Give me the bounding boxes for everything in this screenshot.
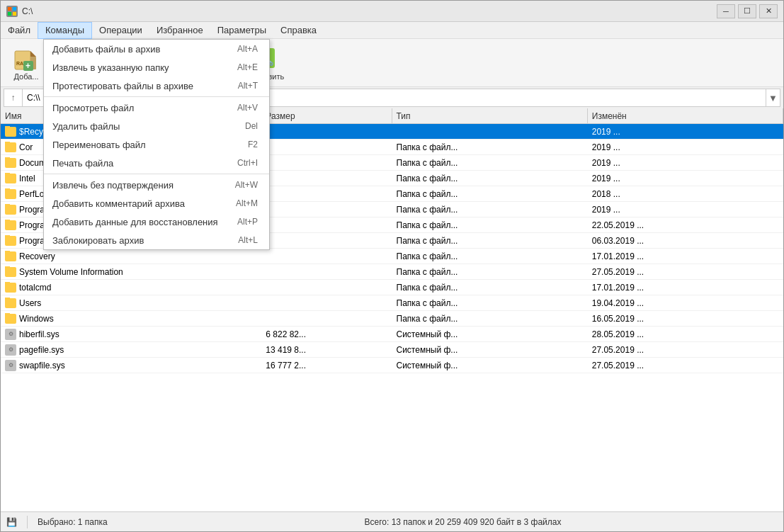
file-row[interactable]: totalcmdПапка с файл...17.01.2019 ... — [1, 280, 783, 295]
sys-file-icon: ⚙ — [5, 344, 16, 356]
file-type-cell: Папка с файл... — [392, 251, 588, 262]
address-dropdown-button[interactable]: ▼ — [766, 89, 780, 107]
file-modified-cell: 2019 ... — [588, 204, 783, 215]
file-name-cell: Users — [1, 298, 261, 309]
status-total: Всего: 13 папок и 20 259 409 920 байт в … — [148, 517, 778, 527]
cmd-rename-file[interactable]: Переименовать файл F2 — [44, 135, 269, 154]
file-modified-cell: 06.03.2019 ... — [588, 235, 783, 247]
file-type-cell: Папка с файл... — [392, 282, 588, 293]
close-button[interactable]: ✕ — [759, 4, 778, 18]
toolbar-add-label: Доба... — [13, 72, 38, 81]
file-row[interactable]: UsersПапка с файл...19.04.2019 ... — [1, 295, 783, 311]
sys-file-icon: ⚙ — [5, 329, 16, 340]
cmd-delete-files[interactable]: Удалить файлы Del — [44, 117, 269, 135]
main-window: C:\ ─ ☐ ✕ Файл Команды Операции Избранно… — [0, 0, 784, 532]
maximize-button[interactable]: ☐ — [738, 4, 756, 18]
file-size-cell — [261, 193, 392, 195]
file-size-cell — [261, 256, 392, 257]
cmd-add-to-archive[interactable]: Добавить файлы в архив Alt+A — [44, 40, 269, 58]
folder-icon — [5, 220, 16, 230]
file-modified-cell: 2019 ... — [588, 157, 783, 169]
file-modified-cell: 22.05.2019 ... — [588, 220, 783, 231]
file-modified-cell: 17.01.2019 ... — [588, 251, 783, 262]
folder-icon — [5, 236, 16, 246]
sys-file-icon: ⚙ — [5, 360, 16, 371]
separator-1 — [44, 96, 269, 97]
svg-rect-3 — [13, 12, 16, 16]
file-type-cell: Папка с файл... — [392, 173, 588, 184]
file-row[interactable]: ⚙swapfile.sys16 777 2...Системный ф...27… — [1, 358, 783, 373]
file-size-cell — [261, 287, 392, 288]
file-type-cell: Папка с файл... — [392, 157, 588, 169]
file-type-cell: Папка с файл... — [392, 204, 588, 215]
file-size-cell — [261, 178, 392, 179]
file-size-cell — [261, 271, 392, 273]
status-bar: 💾 Выбрано: 1 папка Всего: 13 папок и 20 … — [1, 511, 783, 531]
cmd-extract-no-confirm[interactable]: Извлечь без подтверждения Alt+W — [44, 176, 269, 194]
file-modified-cell: 19.04.2019 ... — [588, 298, 783, 309]
file-type-cell: Папка с файл... — [392, 220, 588, 231]
cmd-print-file[interactable]: Печать файла Ctrl+I — [44, 154, 269, 172]
menu-file[interactable]: Файл — [1, 22, 38, 39]
file-modified-cell: 2019 ... — [588, 142, 783, 153]
title-bar: C:\ ─ ☐ ✕ — [1, 1, 783, 22]
file-type-cell — [392, 131, 588, 132]
menu-options[interactable]: Параметры — [210, 22, 273, 39]
folder-icon — [5, 314, 16, 324]
window-title: C:\ — [22, 6, 33, 16]
cmd-test-files[interactable]: Протестировать файлы в архиве Alt+T — [44, 77, 269, 95]
file-type-cell: Папка с файл... — [392, 298, 588, 309]
title-bar-left: C:\ — [6, 6, 33, 17]
minimize-button[interactable]: ─ — [717, 4, 735, 18]
file-modified-cell: 27.05.2019 ... — [588, 266, 783, 278]
file-modified-cell: 2018 ... — [588, 188, 783, 200]
file-type-cell: Папка с файл... — [392, 142, 588, 153]
file-name-cell: System Volume Information — [1, 266, 261, 278]
file-size-cell — [261, 318, 392, 319]
svg-rect-1 — [13, 7, 16, 11]
toolbar-add-button[interactable]: RAR + Доба... — [4, 42, 49, 84]
folder-icon — [5, 142, 16, 152]
cmd-lock-archive[interactable]: Заблокировать архив Alt+L — [44, 231, 269, 249]
address-up-button[interactable]: ↑ — [4, 89, 23, 107]
file-modified-cell: 17.01.2019 ... — [588, 282, 783, 293]
file-name-cell: ⚙swapfile.sys — [1, 359, 261, 372]
menu-bar: Файл Команды Операции Избранное Параметр… — [1, 22, 783, 39]
cmd-view-file[interactable]: Просмотреть файл Alt+V — [44, 98, 269, 117]
col-header-size[interactable]: Размер — [261, 108, 392, 123]
window-icon — [6, 6, 18, 17]
file-name-cell: Recovery — [1, 251, 261, 262]
folder-icon — [5, 267, 16, 277]
folder-icon — [5, 189, 16, 199]
menu-commands[interactable]: Команды — [38, 22, 92, 39]
file-row[interactable]: RecoveryПапка с файл...17.01.2019 ... — [1, 249, 783, 264]
col-header-modified[interactable]: Изменён — [588, 108, 783, 123]
file-row[interactable]: ⚙hiberfil.sys6 822 82...Системный ф...28… — [1, 327, 783, 342]
col-header-type[interactable]: Тип — [392, 108, 588, 123]
file-row[interactable]: System Volume InformationПапка с файл...… — [1, 264, 783, 280]
file-size-cell: 16 777 2... — [261, 360, 392, 371]
file-size-cell — [261, 147, 392, 148]
status-divider — [27, 516, 28, 528]
menu-help[interactable]: Справка — [273, 22, 324, 39]
commands-dropdown: Добавить файлы в архив Alt+A Извлечь в у… — [43, 39, 270, 250]
file-type-cell: Папка с файл... — [392, 313, 588, 324]
file-row[interactable]: WindowsПапка с файл...16.05.2019 ... — [1, 311, 783, 327]
svg-marker-6 — [30, 51, 36, 57]
cmd-add-recovery[interactable]: Добавить данные для восстановления Alt+P — [44, 213, 269, 231]
file-modified-cell: 27.05.2019 ... — [588, 344, 783, 356]
file-type-cell: Папка с файл... — [392, 188, 588, 200]
file-size-cell: 13 419 8... — [261, 344, 392, 356]
file-type-cell: Папка с файл... — [392, 266, 588, 278]
cmd-extract-to[interactable]: Извлечь в указанную папку Alt+E — [44, 58, 269, 77]
cmd-add-comment[interactable]: Добавить комментарий архива Alt+M — [44, 194, 269, 213]
folder-icon — [5, 174, 16, 183]
file-size-cell — [261, 209, 392, 210]
svg-text:+: + — [25, 61, 30, 71]
menu-favorites[interactable]: Избранное — [149, 22, 210, 39]
menu-operations[interactable]: Операции — [92, 22, 149, 39]
status-left: 💾 Выбрано: 1 папка — [6, 516, 148, 528]
file-row[interactable]: ⚙pagefile.sys13 419 8...Системный ф...27… — [1, 342, 783, 358]
file-type-cell: Системный ф... — [392, 360, 588, 371]
title-controls: ─ ☐ ✕ — [717, 4, 778, 18]
